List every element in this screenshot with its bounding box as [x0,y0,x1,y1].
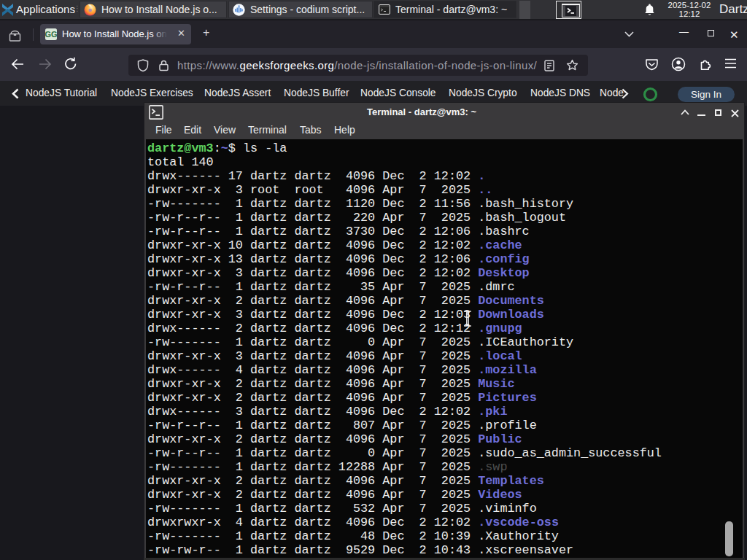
svg-text:GG: GG [45,30,57,39]
